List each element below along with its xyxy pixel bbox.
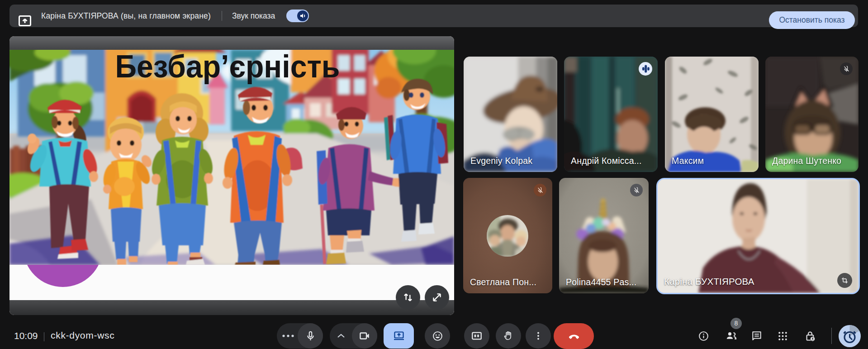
svg-text:Безбар’єрність: Безбар’єрність: [115, 50, 340, 84]
